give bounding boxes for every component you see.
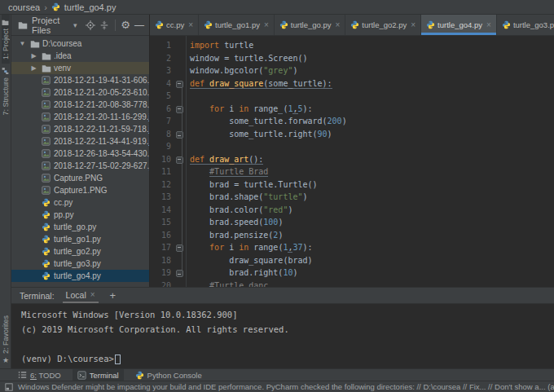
left-tool-stripe: 1: Project 7: Structure ★ 2: Favorites (0, 15, 11, 368)
python-file-icon (204, 20, 213, 29)
tree-row[interactable]: pp.py (11, 209, 149, 221)
close-tab-icon[interactable]: × (486, 20, 491, 29)
tree-row[interactable]: 2018-12-27-15-02-29-627.jpg (11, 160, 149, 172)
code-line[interactable]: 7 some_turtle.forward(200) (150, 115, 554, 128)
fold-marker-icon[interactable] (171, 266, 187, 280)
breadcrumb-file[interactable]: turtle_go4.py (64, 2, 117, 12)
python-console-label: Python Console (147, 371, 202, 380)
code-line[interactable]: 4def draw_square(some_turtle): (150, 77, 554, 90)
terminal-line: Microsoft Windows [Version 10.0.18362.90… (21, 307, 554, 322)
tree-row[interactable]: ▶venv (11, 62, 149, 74)
locate-icon[interactable] (86, 20, 95, 30)
tree-row[interactable]: 2018-12-22-11-21-59-718.jpg (11, 123, 149, 135)
fold-marker-icon[interactable] (171, 77, 187, 90)
editor-tab-bar: cc.py×turtle_go1.py×turtle_go.py×turtle_… (150, 15, 554, 36)
chevron-down-icon[interactable]: ▾ (73, 21, 77, 29)
code-line[interactable]: 12 brad = turtle.Turtle() (150, 178, 554, 192)
tree-row[interactable]: turtle_go.py (11, 221, 149, 233)
tree-item-label: turtle_go3.py (54, 259, 101, 268)
tree-row[interactable]: 2018-12-21-20-05-23-610.jpg (11, 86, 149, 99)
fold-column (171, 165, 187, 178)
tree-row[interactable]: ▼D:\coursea (11, 37, 149, 50)
project-files-selector[interactable]: Project Files (32, 15, 69, 35)
tree-row[interactable]: Capture.PNG (11, 172, 149, 184)
tree-row[interactable]: 2018-12-21-20-08-38-778.jpg (11, 99, 149, 111)
code-line[interactable]: 6 for i in range (1,5): (150, 103, 554, 116)
tool-button-python-console[interactable]: Python Console (130, 369, 207, 381)
editor-tab[interactable]: cc.py× (150, 15, 199, 35)
code-editor[interactable]: 1import turtle2window = turtle.Screen()3… (150, 36, 554, 287)
tree-row[interactable]: 2018-12-26-18-43-54-430.jpg (11, 148, 149, 160)
code-text: brad.speed(100) (187, 216, 283, 229)
collapse-all-icon[interactable] (99, 20, 109, 30)
code-line[interactable]: 2window = turtle.Screen() (150, 52, 554, 65)
tree-row[interactable]: 2018-12-21-20-11-16-299.jpg (11, 111, 149, 123)
status-message[interactable]: Windows Defender might be impacting your… (18, 382, 554, 391)
line-number: 18 (150, 254, 171, 267)
new-terminal-icon[interactable]: + (110, 289, 117, 302)
fold-marker-icon[interactable] (171, 103, 187, 116)
code-line[interactable]: 10def draw_art(): (150, 153, 554, 166)
code-line[interactable]: 3window.bgcolor("grey") (150, 64, 554, 77)
code-line[interactable]: 8 some_turtle.right(90) (150, 128, 554, 141)
code-line[interactable]: 13 brad.shape("turtle") (150, 191, 554, 204)
close-tab-icon[interactable]: × (264, 20, 269, 29)
tree-item-label: 2018-12-27-15-02-29-627.jpg (54, 161, 149, 170)
project-tool-label: 1: Project (2, 29, 10, 59)
code-line[interactable]: 17 for i in range(1,37): (150, 241, 554, 254)
tool-button-favorites[interactable]: ★ 2: Favorites (2, 311, 10, 368)
editor-tab[interactable]: turtle_go1.py× (199, 15, 275, 35)
tree-row[interactable]: turtle_go2.py (11, 245, 149, 258)
chevron-right-icon[interactable]: ▶ (29, 64, 38, 72)
close-tab-icon[interactable]: × (188, 20, 193, 29)
code-line[interactable]: 11 #Turtle Brad (150, 165, 554, 178)
image-file-icon (41, 149, 51, 158)
close-tab-icon[interactable]: × (411, 20, 416, 29)
tree-row[interactable]: turtle_go4.py (11, 270, 149, 282)
tree-row[interactable]: Capture1.PNG (11, 184, 149, 196)
fold-marker-icon[interactable] (171, 128, 187, 141)
tool-button-project[interactable]: 1: Project (2, 15, 10, 64)
code-line[interactable]: 5 (150, 90, 554, 103)
tree-row[interactable]: 2018-12-22-11-34-41-919.jpg (11, 135, 149, 148)
tool-button-terminal[interactable]: Terminal (73, 369, 124, 381)
breadcrumb-project[interactable]: coursea (8, 2, 40, 12)
tree-row[interactable]: turtle_go3.py (11, 258, 149, 270)
project-tree: ▼D:\coursea▶.idea▶venv2018-12-21-19-41-3… (11, 36, 149, 287)
code-text: brad.color("red") (187, 204, 292, 217)
tool-window-toggle-icon[interactable] (5, 383, 13, 391)
editor-tab[interactable]: turtle_go.py× (275, 15, 346, 35)
editor-tab[interactable]: turtle_go4.py× (421, 15, 497, 35)
chevron-right-icon[interactable]: ▶ (29, 52, 38, 59)
tool-button-todo[interactable]: 6: TODO (13, 369, 66, 381)
fold-marker-icon[interactable] (171, 241, 187, 254)
terminal-output[interactable]: Microsoft Windows [Version 10.0.18362.90… (11, 304, 554, 368)
code-line[interactable]: 15 brad.speed(100) (150, 216, 554, 229)
code-line[interactable]: 19 brad.right(10) (150, 266, 554, 280)
code-line[interactable]: 18 draw_square(brad) (150, 254, 554, 267)
close-icon[interactable]: × (90, 290, 95, 299)
code-line[interactable]: 1import turtle (150, 39, 554, 52)
terminal-prompt[interactable]: (venv) D:\coursea> (21, 351, 554, 366)
tree-row[interactable]: turtle_go1.py (11, 233, 149, 245)
python-file-icon (426, 20, 435, 29)
tree-row[interactable]: ▶.idea (11, 50, 149, 62)
code-text: for i in range(1,37): (187, 241, 313, 254)
fold-marker-icon[interactable] (171, 153, 187, 166)
tree-item-label: D:\coursea (42, 39, 81, 48)
close-tab-icon[interactable]: × (335, 20, 340, 29)
code-line[interactable]: 9 (150, 140, 554, 153)
folder-icon (41, 52, 51, 60)
code-line[interactable]: 16 brad.pensize(2) (150, 229, 554, 242)
tree-row[interactable]: cc.py (11, 196, 149, 209)
code-line[interactable]: 20 #Turtle danc (150, 280, 554, 288)
terminal-tab-local[interactable]: Local × (63, 288, 99, 303)
tree-row[interactable]: 2018-12-21-19-41-31-606.jpg (11, 74, 149, 86)
tool-button-structure[interactable]: 7: Structure (2, 64, 10, 120)
chevron-down-icon[interactable]: ▼ (18, 40, 27, 47)
line-number: 11 (150, 165, 171, 178)
editor-tab[interactable]: turtle_go3.py× (497, 15, 554, 35)
code-line[interactable]: 14 brad.color("red") (150, 204, 554, 217)
editor-tab[interactable]: turtle_go2.py× (345, 15, 421, 35)
line-number: 14 (150, 204, 171, 217)
